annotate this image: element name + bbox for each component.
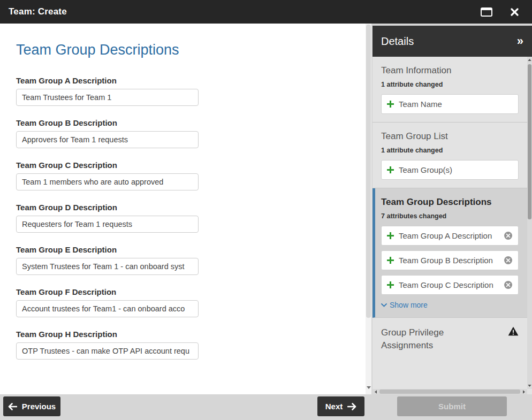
submit-button[interactable]: Submit bbox=[397, 396, 507, 416]
footer-bar: Previous Next Submit bbox=[0, 394, 532, 420]
attributes-changed-count: 1 attribute changed bbox=[381, 81, 519, 88]
arrow-left-icon bbox=[8, 403, 17, 410]
details-panel: Team Information 1 attribute changed Tea… bbox=[373, 57, 532, 394]
scroll-up-icon[interactable] bbox=[527, 57, 532, 63]
warning-icon bbox=[508, 326, 519, 338]
plus-icon bbox=[387, 257, 394, 264]
section-group-privilege-assignments: Group Privilege Assignments bbox=[373, 318, 527, 363]
details-hscrollbar[interactable] bbox=[373, 389, 527, 394]
attribute-chip-team-group-b-description[interactable]: Team Group B Description bbox=[381, 250, 519, 270]
field-team-group-e: Team Group E Description bbox=[16, 245, 350, 275]
show-more-label: Show more bbox=[390, 301, 428, 309]
remove-icon[interactable] bbox=[504, 280, 513, 289]
field-label-team-group-e: Team Group E Description bbox=[16, 245, 350, 254]
scroll-left-icon[interactable] bbox=[373, 389, 379, 394]
attribute-label: Team Group(s) bbox=[399, 165, 452, 174]
team-group-c-input[interactable] bbox=[16, 173, 199, 190]
previous-label: Previous bbox=[22, 402, 56, 411]
field-label-team-group-c: Team Group C Description bbox=[16, 161, 350, 170]
submit-label: Submit bbox=[438, 402, 466, 411]
attributes-changed-count: 7 attributes changed bbox=[381, 212, 519, 220]
attribute-chip-team-name[interactable]: Team Name bbox=[381, 94, 519, 114]
section-team-group-list: Team Group List 1 attribute changed Team… bbox=[373, 123, 527, 188]
section-team-information: Team Information 1 attribute changed Tea… bbox=[373, 57, 527, 123]
field-team-group-c: Team Group C Description bbox=[16, 161, 350, 190]
field-team-group-b: Team Group B Description bbox=[16, 118, 350, 148]
section-heading-team-information: Team Information bbox=[381, 65, 519, 76]
plus-icon bbox=[387, 101, 394, 108]
attribute-label: Team Group B Description bbox=[399, 256, 493, 265]
team-group-h-input[interactable] bbox=[16, 342, 199, 360]
field-team-group-d: Team Group D Description bbox=[16, 203, 350, 233]
team-group-b-input[interactable] bbox=[16, 131, 199, 148]
remove-icon[interactable] bbox=[504, 256, 513, 265]
window-controls bbox=[480, 5, 523, 19]
attribute-label: Team Group C Description bbox=[399, 280, 493, 289]
previous-button[interactable]: Previous bbox=[3, 396, 60, 416]
remove-icon[interactable] bbox=[504, 231, 513, 240]
section-heading-team-group-descriptions: Team Group Descriptions bbox=[381, 197, 519, 208]
collapse-panel-icon[interactable]: » bbox=[517, 35, 523, 47]
scroll-right-icon[interactable] bbox=[521, 389, 527, 394]
team-group-f-input[interactable] bbox=[16, 300, 199, 317]
arrow-right-icon bbox=[347, 403, 356, 410]
page-title: Team Group Descriptions bbox=[16, 42, 350, 58]
field-team-group-a: Team Group A Description bbox=[16, 76, 350, 106]
team-group-a-input[interactable] bbox=[16, 89, 199, 106]
plus-icon bbox=[387, 281, 394, 288]
details-header: Details » bbox=[373, 26, 532, 57]
attribute-chip-team-group-a-description[interactable]: Team Group A Description bbox=[381, 226, 519, 246]
main-panel: Team Group Descriptions Team Group A Des… bbox=[0, 24, 371, 394]
close-icon bbox=[511, 8, 519, 16]
field-label-team-group-f: Team Group F Description bbox=[16, 287, 350, 296]
main-scrollbar[interactable] bbox=[366, 24, 371, 394]
scroll-down-icon[interactable] bbox=[527, 383, 532, 389]
field-label-team-group-b: Team Group B Description bbox=[16, 118, 350, 127]
field-label-team-group-a: Team Group A Description bbox=[16, 76, 350, 85]
plus-icon bbox=[387, 232, 394, 239]
field-team-group-f: Team Group F Description bbox=[16, 287, 350, 317]
field-label-team-group-d: Team Group D Description bbox=[16, 203, 350, 212]
details-title: Details bbox=[381, 35, 414, 48]
plus-icon bbox=[387, 166, 394, 173]
section-heading-group-privilege-assignments: Group Privilege Assignments bbox=[381, 326, 471, 352]
maximize-icon bbox=[481, 7, 492, 17]
section-team-group-descriptions: Team Group Descriptions 7 attributes cha… bbox=[373, 188, 527, 318]
attribute-chip-team-group-c-description[interactable]: Team Group C Description bbox=[381, 275, 519, 295]
chevron-down-icon bbox=[381, 303, 387, 307]
show-more-link[interactable]: Show more bbox=[381, 301, 519, 309]
scroll-down-icon[interactable] bbox=[366, 384, 371, 391]
section-heading-team-group-list: Team Group List bbox=[381, 131, 519, 142]
attributes-changed-count: 1 attribute changed bbox=[381, 147, 519, 154]
next-button[interactable]: Next bbox=[317, 396, 364, 416]
team-group-d-input[interactable] bbox=[16, 216, 199, 233]
close-button[interactable] bbox=[507, 5, 521, 19]
field-label-team-group-h: Team Group H Description bbox=[16, 330, 350, 339]
details-scrollbar-thumb[interactable] bbox=[528, 64, 531, 219]
attribute-label: Team Name bbox=[399, 100, 442, 109]
maximize-button[interactable] bbox=[480, 5, 493, 19]
team-group-e-input[interactable] bbox=[16, 258, 199, 275]
window-title: Team: Create bbox=[9, 6, 67, 17]
details-scrollbar[interactable] bbox=[527, 57, 532, 389]
details-hscrollbar-thumb[interactable] bbox=[379, 390, 520, 394]
titlebar: Team: Create bbox=[0, 0, 532, 24]
attribute-label: Team Group A Description bbox=[399, 231, 492, 240]
next-label: Next bbox=[325, 402, 343, 411]
attribute-chip-team-groups[interactable]: Team Group(s) bbox=[381, 160, 519, 180]
main-scrollbar-thumb[interactable] bbox=[366, 25, 371, 318]
field-team-group-h: Team Group H Description bbox=[16, 330, 350, 360]
